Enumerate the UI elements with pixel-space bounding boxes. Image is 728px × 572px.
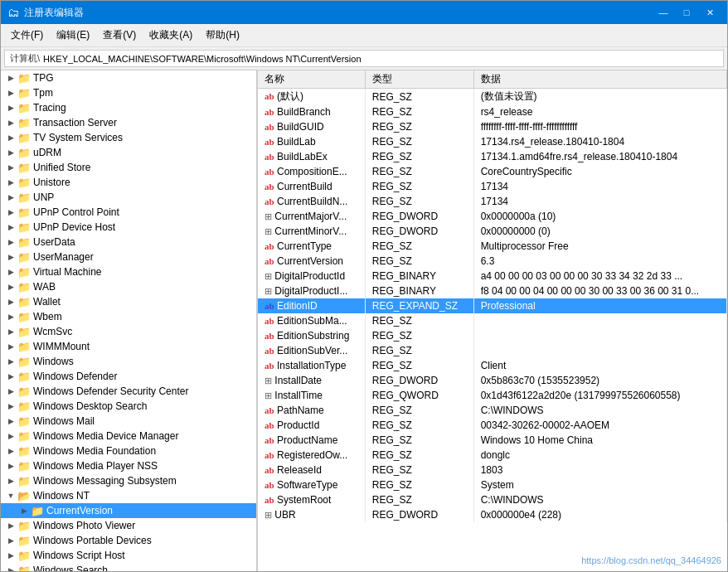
- tree-item[interactable]: ▼📂Windows NT: [1, 488, 256, 503]
- tree-item[interactable]: ▶📁Windows: [1, 354, 256, 369]
- table-row[interactable]: ab EditionSubstringREG_SZ: [258, 328, 727, 343]
- tree-item[interactable]: ▶📁UNP: [1, 190, 256, 205]
- table-row[interactable]: ab CurrentVersionREG_SZ6.3: [258, 254, 727, 269]
- table-row[interactable]: ⊞ CurrentMinorV...REG_DWORD0x00000000 (0…: [258, 224, 727, 239]
- expand-button[interactable]: ▶: [4, 146, 17, 159]
- table-row[interactable]: ab CurrentTypeREG_SZMultiprocessor Free: [258, 239, 727, 254]
- table-row[interactable]: ab PathNameREG_SZC:\WINDOWS: [258, 403, 727, 418]
- expand-button[interactable]: ▶: [4, 221, 17, 234]
- table-row[interactable]: ab RegisteredOw...REG_SZdonglc: [258, 448, 727, 463]
- table-row[interactable]: ab SoftwareTypeREG_SZSystem: [258, 477, 727, 492]
- tree-item[interactable]: ▶📁Tpm: [1, 85, 256, 100]
- table-row[interactable]: ⊞ UBRREG_DWORD0x000000e4 (228): [258, 507, 727, 522]
- menu-item[interactable]: 查看(V): [96, 26, 143, 45]
- expand-button[interactable]: ▶: [4, 235, 17, 249]
- tree-item[interactable]: ▶📁TV System Services: [1, 130, 256, 145]
- expand-button[interactable]: ▶: [4, 101, 17, 114]
- minimize-button[interactable]: —: [653, 4, 674, 21]
- expand-button[interactable]: ▶: [4, 250, 17, 264]
- expand-button[interactable]: ▶: [4, 280, 17, 293]
- tree-item[interactable]: ▶📁Windows Search: [1, 563, 256, 571]
- expand-button[interactable]: ▶: [4, 71, 17, 85]
- expand-button[interactable]: ▶: [4, 355, 17, 368]
- table-row[interactable]: ab CompositionE...REG_SZCoreCountrySpeci…: [258, 164, 727, 179]
- tree-item[interactable]: ▶📁Tracing: [1, 100, 256, 115]
- menu-item[interactable]: 收藏夹(A): [143, 26, 199, 45]
- table-row[interactable]: ab EditionSubVer...REG_SZ: [258, 343, 727, 358]
- expand-button[interactable]: ▶: [4, 459, 17, 473]
- expand-button[interactable]: ▼: [4, 489, 17, 502]
- tree-item[interactable]: ▶📁Unistore: [1, 175, 256, 190]
- left-panel[interactable]: ▶📁TPG▶📁Tpm▶📁Tracing▶📁Transaction Server▶…: [1, 70, 258, 571]
- expand-button[interactable]: ▶: [4, 534, 17, 547]
- table-row[interactable]: ab BuildLabExREG_SZ17134.1.amd64fre.rs4_…: [258, 149, 727, 164]
- expand-button[interactable]: ▶: [4, 549, 17, 562]
- expand-button[interactable]: ▶: [17, 504, 31, 517]
- tree-item[interactable]: ▶📁Windows Script Host: [1, 548, 256, 563]
- tree-item[interactable]: ▶📁WcmSvc: [1, 324, 256, 339]
- tree-item[interactable]: ▶📁Windows Mail: [1, 414, 256, 429]
- expand-button[interactable]: ▶: [4, 325, 17, 338]
- tree-item[interactable]: ▶📁Windows Defender: [1, 369, 256, 384]
- expand-button[interactable]: ▶: [4, 370, 17, 383]
- expand-button[interactable]: ▶: [4, 265, 17, 279]
- tree-item[interactable]: ▶📁Virtual Machine: [1, 264, 256, 279]
- expand-button[interactable]: ▶: [4, 474, 17, 487]
- table-row[interactable]: ⊞ InstallTimeREG_QWORD0x1d43f6122a2d20e …: [258, 388, 727, 403]
- tree-item[interactable]: ▶📁TPG: [1, 70, 256, 85]
- expand-button[interactable]: ▶: [4, 414, 17, 428]
- table-row[interactable]: ⊞ DigitalProductI...REG_BINARYf8 04 00 0…: [258, 284, 727, 298]
- expand-button[interactable]: ▶: [4, 116, 17, 129]
- expand-button[interactable]: ▶: [4, 444, 17, 458]
- expand-button[interactable]: ▶: [4, 340, 17, 353]
- expand-button[interactable]: ▶: [4, 519, 17, 532]
- tree-item[interactable]: ▶📁CurrentVersion: [1, 503, 256, 518]
- tree-item[interactable]: ▶📁Windows Messaging Subsystem: [1, 473, 256, 488]
- expand-button[interactable]: ▶: [4, 206, 17, 219]
- right-panel[interactable]: 名称 类型 数据 ab (默认)REG_SZ(数值未设置)ab BuildBra…: [258, 70, 727, 571]
- tree-item[interactable]: ▶📁WAB: [1, 279, 256, 294]
- tree-item[interactable]: ▶📁Windows Desktop Search: [1, 399, 256, 414]
- table-row[interactable]: ab CurrentBuildN...REG_SZ17134: [258, 194, 727, 209]
- tree-item[interactable]: ▶📁Windows Portable Devices: [1, 533, 256, 548]
- tree-item[interactable]: ▶📁Windows Media Device Manager: [1, 429, 256, 444]
- table-row[interactable]: ab CurrentBuildREG_SZ17134: [258, 179, 727, 194]
- expand-button[interactable]: ▶: [4, 429, 17, 443]
- tree-item[interactable]: ▶📁UPnP Control Point: [1, 205, 256, 220]
- table-row[interactable]: ab EditionIDREG_EXPAND_SZProfessional: [258, 298, 727, 313]
- expand-button[interactable]: ▶: [4, 295, 17, 308]
- tree-item[interactable]: ▶📁Transaction Server: [1, 115, 256, 130]
- table-row[interactable]: ab InstallationTypeREG_SZClient: [258, 358, 727, 373]
- tree-item[interactable]: ▶📁UserData: [1, 235, 256, 250]
- expand-button[interactable]: ▶: [4, 310, 17, 323]
- expand-button[interactable]: ▶: [4, 564, 17, 571]
- expand-button[interactable]: ▶: [4, 400, 17, 413]
- tree-item[interactable]: ▶📁uDRM: [1, 145, 256, 160]
- menu-item[interactable]: 帮助(H): [199, 26, 246, 45]
- table-row[interactable]: ⊞ DigitalProductIdREG_BINARYa4 00 00 00 …: [258, 269, 727, 284]
- table-row[interactable]: ab (默认)REG_SZ(数值未设置): [258, 89, 727, 105]
- tree-item[interactable]: ▶📁UserManager: [1, 250, 256, 264]
- tree-item[interactable]: ▶📁Windows Media Foundation: [1, 444, 256, 458]
- table-row[interactable]: ab SystemRootREG_SZC:\WINDOWS: [258, 492, 727, 507]
- tree-item[interactable]: ▶📁Windows Defender Security Center: [1, 384, 256, 399]
- table-row[interactable]: ⊞ InstallDateREG_DWORD0x5b863c70 (153552…: [258, 373, 727, 388]
- table-row[interactable]: ab ProductNameREG_SZWindows 10 Home Chin…: [258, 433, 727, 448]
- table-row[interactable]: ab ReleaseIdREG_SZ1803: [258, 463, 727, 477]
- expand-button[interactable]: ▶: [4, 176, 17, 189]
- menu-item[interactable]: 编辑(E): [50, 26, 96, 45]
- expand-button[interactable]: ▶: [4, 131, 17, 144]
- table-row[interactable]: ab BuildBranchREG_SZrs4_release: [258, 104, 727, 119]
- tree-item[interactable]: ▶📁Windows Photo Viewer: [1, 518, 256, 533]
- tree-item[interactable]: ▶📁Wbem: [1, 309, 256, 324]
- tree-item[interactable]: ▶📁Wallet: [1, 294, 256, 309]
- tree-item[interactable]: ▶📁WIMMMount: [1, 339, 256, 354]
- table-row[interactable]: ab BuildLabREG_SZ17134.rs4_release.18041…: [258, 134, 727, 149]
- tree-item[interactable]: ▶📁UPnP Device Host: [1, 220, 256, 235]
- table-row[interactable]: ab EditionSubMa...REG_SZ: [258, 313, 727, 328]
- tree-item[interactable]: ▶📁Unified Store: [1, 160, 256, 175]
- expand-button[interactable]: ▶: [4, 161, 17, 174]
- expand-button[interactable]: ▶: [4, 385, 17, 398]
- tree-item[interactable]: ▶📁Windows Media Player NSS: [1, 458, 256, 473]
- close-button[interactable]: ✕: [699, 4, 721, 21]
